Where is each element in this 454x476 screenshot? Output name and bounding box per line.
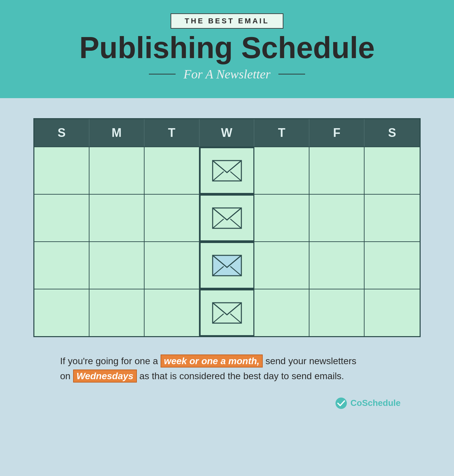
coschedule-icon	[335, 397, 347, 409]
envelope-r1	[212, 160, 242, 182]
content-area: S M T W T F S	[0, 98, 454, 476]
day-header-wed: W	[200, 119, 255, 147]
cell-r4-tue	[145, 289, 200, 336]
calendar-row-4	[34, 289, 420, 336]
cell-r3-thu	[254, 242, 309, 289]
cell-r2-thu	[254, 195, 309, 241]
desc-text-after: as that is considered the best day to se…	[137, 371, 344, 381]
calendar-row-3	[34, 241, 420, 289]
svg-point-12	[335, 398, 347, 409]
description-block: If you're going for one a week or one a …	[60, 354, 361, 384]
cell-r3-mon	[89, 242, 145, 289]
day-header-tue: T	[145, 119, 200, 147]
envelope-r4	[212, 302, 242, 324]
highlight-wednesdays: Wednesdays	[73, 370, 137, 383]
envelope-r3	[212, 255, 242, 276]
cell-r2-mon	[89, 195, 145, 241]
cell-r2-tue	[145, 195, 200, 241]
description-text: If you're going for one a week or one a …	[60, 354, 361, 384]
day-header-thu: T	[254, 119, 309, 147]
calendar-body	[34, 147, 420, 336]
calendar-row-2	[34, 194, 420, 241]
envelope-r2	[212, 207, 242, 229]
left-divider	[149, 74, 176, 74]
day-header-fri: F	[309, 119, 365, 147]
cell-r4-mon	[89, 289, 145, 336]
calendar-header: S M T W T F S	[34, 119, 420, 147]
cell-r2-sat	[365, 195, 420, 241]
coschedule-text: CoSchedule	[351, 398, 401, 408]
page-header: THE BEST EMAIL Publishing Schedule For A…	[0, 0, 454, 98]
cell-r1-fri	[309, 147, 365, 194]
day-header-mon: M	[89, 119, 145, 147]
highlight-week: week or one a month,	[161, 354, 263, 368]
cell-r1-sun	[34, 147, 89, 194]
cell-r3-wed	[200, 242, 255, 289]
cell-r4-wed	[200, 289, 255, 336]
calendar: S M T W T F S	[33, 118, 421, 337]
cell-r1-thu	[254, 147, 309, 194]
day-header-sun: S	[34, 119, 89, 147]
calendar-row-1	[34, 147, 420, 194]
cell-r1-wed	[200, 147, 255, 194]
cell-r4-thu	[254, 289, 309, 336]
coschedule-logo: CoSchedule	[335, 397, 401, 409]
cell-r1-sat	[365, 147, 420, 194]
cell-r4-sun	[34, 289, 89, 336]
cell-r2-fri	[309, 195, 365, 241]
divider-row: For A Newsletter	[149, 67, 305, 81]
cell-r3-tue	[145, 242, 200, 289]
subtitle-box-text: THE BEST EMAIL	[185, 17, 269, 25]
cell-r1-mon	[89, 147, 145, 194]
subtitle-box: THE BEST EMAIL	[171, 13, 283, 29]
cell-r3-sat	[365, 242, 420, 289]
cell-r2-sun	[34, 195, 89, 241]
main-title: Publishing Schedule	[79, 33, 375, 63]
cell-r3-fri	[309, 242, 365, 289]
day-header-sat: S	[365, 119, 420, 147]
cell-r2-wed	[200, 195, 255, 241]
cell-r4-sat	[365, 289, 420, 336]
right-divider	[278, 74, 305, 74]
desc-text-before: If you're going for one a	[60, 356, 161, 366]
cell-r3-sun	[34, 242, 89, 289]
italic-subtitle: For A Newsletter	[184, 67, 270, 81]
cell-r1-tue	[145, 147, 200, 194]
cell-r4-fri	[309, 289, 365, 336]
